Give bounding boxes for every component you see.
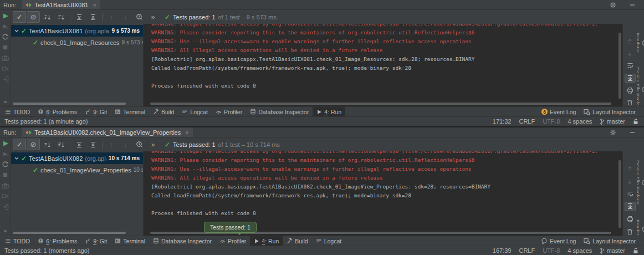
- scroll-to-end-button[interactable]: [625, 202, 635, 211]
- test-tree-row-case[interactable]: check_01_ImageView_Properties 10 s 714 m…: [11, 164, 143, 176]
- scroll-down-button[interactable]: [625, 177, 635, 186]
- gear-icon[interactable]: [610, 129, 616, 136]
- next-failed-test-button[interactable]: [119, 139, 132, 150]
- attach-to-process-button[interactable]: [2, 203, 9, 210]
- line-separator[interactable]: CRLF: [519, 247, 535, 254]
- previous-failed-test-button[interactable]: [105, 139, 118, 150]
- toolwindow-button-logcat[interactable]: Logcat: [178, 107, 212, 116]
- toggle-auto-test-button[interactable]: [2, 33, 9, 40]
- toolwindow-button-9-git[interactable]: 9: Git: [81, 236, 111, 246]
- rerun-tests-button[interactable]: [2, 12, 9, 19]
- gear-icon[interactable]: [610, 2, 616, 8]
- test-tree-row-root[interactable]: TestA1BasicUIX082 (org.aplas.basica 10 s…: [11, 152, 143, 164]
- scroll-up-button[interactable]: [625, 37, 635, 45]
- test-tree-row-case[interactable]: check_01_Image_Resources 9 s 573 ms: [11, 37, 143, 48]
- git-branch[interactable]: master: [600, 247, 625, 254]
- indent-style[interactable]: 4 spaces: [568, 118, 592, 125]
- toolwindow-button-4-run[interactable]: 4: Run: [250, 236, 283, 246]
- toolwindow-button-logcat[interactable]: Logcat: [312, 236, 346, 246]
- expand-all-button[interactable]: [73, 139, 86, 150]
- event-log-button[interactable]: 8 Event Log: [538, 107, 580, 116]
- test-tree-row-root[interactable]: TestA1BasicUIX081 (org.aplas.basica 9 s …: [11, 25, 143, 37]
- collapse-all-button[interactable]: [86, 11, 100, 23]
- event-log-button[interactable]: Event Log: [537, 236, 580, 246]
- toolwindow-button-6-problems[interactable]: 6: Problems: [34, 107, 81, 116]
- layout-inspector-button[interactable]: Layout Inspector: [580, 107, 640, 116]
- screenshot-button[interactable]: [2, 54, 9, 62]
- git-branch[interactable]: master: [600, 118, 625, 125]
- next-failed-test-button[interactable]: [119, 11, 132, 23]
- caret-position[interactable]: 171:32: [493, 118, 512, 125]
- print-button[interactable]: [625, 215, 635, 223]
- close-tab-icon[interactable]: ×: [185, 129, 188, 136]
- line-separator[interactable]: CRLF: [519, 118, 535, 125]
- toolwindow-button-profiler[interactable]: Profiler: [216, 236, 250, 246]
- test-history-button[interactable]: [132, 139, 146, 150]
- rerun-failed-tests-button[interactable]: [2, 23, 9, 30]
- toolwindow-button-build[interactable]: Build: [283, 236, 311, 246]
- console-horizontal-scrollbar[interactable]: [150, 103, 611, 105]
- chevron-down-icon[interactable]: [14, 29, 19, 33]
- print-button[interactable]: [625, 86, 635, 94]
- side-tab-emulator[interactable]: Emulator: [637, 220, 644, 236]
- clear-console-button[interactable]: [625, 99, 635, 106]
- side-tab-device-file-explorer[interactable]: Device File Explorer: [637, 160, 644, 205]
- minimize-icon[interactable]: [630, 2, 635, 8]
- status-message[interactable]: Tests passed: 1 (moments ago): [4, 247, 89, 254]
- test-history-button[interactable]: [132, 11, 146, 23]
- toolwindow-button-9-git[interactable]: 9: Git: [81, 107, 111, 116]
- side-tab-emulator[interactable]: Emulator: [637, 33, 644, 53]
- run-tab[interactable]: TestA1BasicUIX082.check_01_ImageView_Pro…: [22, 128, 192, 137]
- hide-stripes-chevron-icon[interactable]: [4, 228, 7, 234]
- caret-position[interactable]: 167:39: [493, 247, 512, 254]
- stop-button[interactable]: [2, 44, 9, 51]
- previous-failed-test-button[interactable]: [105, 11, 118, 23]
- toolwindow-button-todo[interactable]: TODO: [1, 236, 34, 246]
- toolwindow-button-profiler[interactable]: Profiler: [212, 107, 246, 116]
- screenshot-button[interactable]: [2, 182, 9, 189]
- hide-stripes-chevron-icon[interactable]: [4, 99, 7, 105]
- unlock-icon[interactable]: [633, 119, 638, 125]
- toolwindow-button-6-problems[interactable]: 6: Problems: [34, 236, 81, 246]
- toolwindow-button-4-run[interactable]: 4: Run: [313, 107, 345, 116]
- scroll-down-button[interactable]: [625, 49, 635, 57]
- scroll-up-button[interactable]: [625, 165, 635, 173]
- clear-console-button[interactable]: [625, 227, 635, 236]
- minimize-icon[interactable]: [630, 130, 635, 135]
- console-vertical-scrollbar[interactable]: [619, 33, 621, 99]
- side-tab-device-file-explorer[interactable]: Device File Explorer: [637, 67, 644, 106]
- toolwindow-button-build[interactable]: Build: [149, 107, 178, 116]
- toggle-auto-test-button[interactable]: [2, 161, 9, 168]
- more-options-chevron-icon[interactable]: [146, 11, 160, 23]
- more-options-chevron-icon[interactable]: [146, 139, 160, 150]
- close-tab-icon[interactable]: ×: [93, 2, 96, 8]
- tree-horizontal-scrollbar[interactable]: [13, 232, 126, 234]
- sort-alphabetically-button[interactable]: [40, 11, 54, 23]
- toolwindow-button-terminal[interactable]: Terminal: [111, 236, 149, 246]
- tree-horizontal-scrollbar[interactable]: [13, 103, 126, 105]
- toolwindow-button-todo[interactable]: TODO: [1, 107, 34, 116]
- file-encoding[interactable]: UTF-8: [543, 118, 560, 125]
- toolwindow-button-database-inspector[interactable]: Database Inspector: [149, 236, 216, 246]
- chevron-down-icon[interactable]: [14, 157, 19, 160]
- run-tab[interactable]: TestA1BasicUIX081 ×: [22, 0, 100, 9]
- rerun-failed-tests-button[interactable]: [2, 150, 9, 157]
- soft-wrap-button[interactable]: [625, 62, 635, 69]
- collapse-all-button[interactable]: [86, 139, 100, 150]
- attach-to-process-button[interactable]: [2, 75, 9, 83]
- scroll-to-end-button[interactable]: [625, 74, 635, 82]
- console-vertical-scrollbar[interactable]: [619, 160, 621, 228]
- toolwindow-button-database-inspector[interactable]: Database Inspector: [246, 107, 313, 116]
- layout-inspector-button[interactable]: Layout Inspector: [580, 236, 640, 246]
- show-ignored-toggle[interactable]: [27, 11, 40, 23]
- screen-record-button[interactable]: [2, 65, 9, 72]
- stop-button[interactable]: [2, 171, 9, 178]
- sort-by-duration-button[interactable]: [54, 139, 68, 150]
- sort-by-duration-button[interactable]: [54, 11, 68, 23]
- toolwindow-button-terminal[interactable]: Terminal: [111, 107, 149, 116]
- file-encoding[interactable]: UTF-8: [543, 247, 560, 254]
- expand-all-button[interactable]: [73, 11, 86, 23]
- show-ignored-toggle[interactable]: [27, 139, 40, 150]
- status-message[interactable]: Tests passed: 1 (a minute ago): [4, 118, 88, 125]
- soft-wrap-button[interactable]: [625, 190, 635, 198]
